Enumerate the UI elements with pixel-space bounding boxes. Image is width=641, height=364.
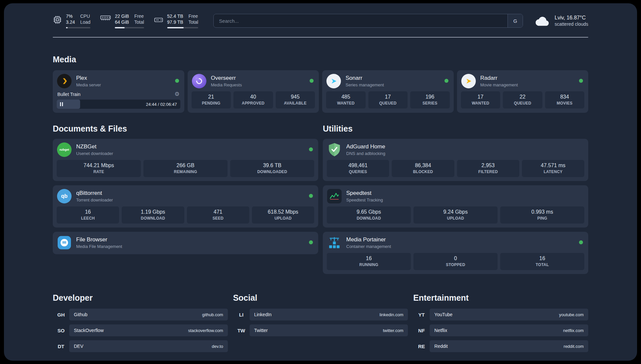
- search-input[interactable]: [214, 14, 507, 27]
- search-bar: G: [213, 14, 523, 28]
- speedtest-card[interactable]: Speedtest Speedtest Tracking 9.65 Gbps D…: [323, 185, 588, 228]
- social-column: Social LI LinkedIn linkedin.com TW Twitt…: [233, 274, 408, 340]
- stat-value: 0: [415, 256, 496, 261]
- bookmark-name: YouTube: [434, 312, 452, 317]
- stat-label: UPLOAD: [415, 216, 496, 221]
- stat-label: QUERIES: [328, 169, 388, 174]
- stat-tile: 498,461 QUERIES: [327, 160, 389, 177]
- bookmark-link-youtube[interactable]: YouTube youtube.com: [430, 309, 588, 320]
- bookmark-link-netflix[interactable]: Netflix netflix.com: [430, 324, 588, 336]
- bookmark-link-reddit[interactable]: Reddit reddit.com: [430, 340, 588, 352]
- sonarr-card[interactable]: Sonarr Series management 485 WANTED 17 Q…: [322, 70, 454, 113]
- stat-tile: 9.65 Gbps DOWNLOAD: [327, 206, 411, 224]
- app-subtitle: Movie management: [480, 82, 518, 87]
- bookmark-abbr: TW: [233, 324, 250, 336]
- radarr-icon: [461, 74, 476, 89]
- stat-label: WANTED: [327, 101, 364, 106]
- overseerr-card[interactable]: Overseerr Media Requests 21 PENDING 40 A…: [188, 70, 319, 113]
- app-subtitle: Media File Management: [76, 244, 122, 249]
- ram-label-1: Free: [134, 13, 144, 19]
- stat-label: TOTAL: [502, 262, 583, 267]
- ram-icon: [100, 15, 111, 21]
- weather-location: Lviv, 16.87°C: [555, 15, 588, 21]
- bookmark-row-youtube: YT YouTube youtube.com: [413, 309, 588, 320]
- stat-tile: 9.24 Gbps UPLOAD: [413, 206, 498, 224]
- bookmark-row-reddit: RE Reddit reddit.com: [413, 340, 588, 352]
- filebrowser-icon: [57, 235, 72, 250]
- app-subtitle: Usenet downloader: [76, 151, 113, 156]
- stat-tile: 16 RUNNING: [327, 253, 411, 270]
- status-online-dot: [309, 194, 313, 198]
- app-name: Speedtest: [346, 190, 383, 197]
- plex-card[interactable]: Plex Media server Bullet Train ⚙ 24:44 /…: [53, 70, 184, 113]
- weather-condition: scattered clouds: [555, 21, 588, 27]
- nzbget-card[interactable]: nzbget NZBGet Usenet downloader 744.21 M…: [53, 139, 318, 181]
- stat-value: 16: [328, 256, 410, 261]
- ram-stat: 22 GiB 64 GiB Free Total: [100, 13, 144, 28]
- cloud-icon: [535, 15, 550, 26]
- section-title-documents: Documents & Files: [53, 124, 318, 134]
- bookmark-abbr: LI: [233, 309, 250, 320]
- stat-value: 9.65 Gbps: [328, 209, 410, 215]
- bookmark-row-github: GH Github github.com: [53, 309, 228, 320]
- plex-icon: [57, 74, 72, 89]
- search-engine-button[interactable]: G: [507, 14, 523, 27]
- status-online-dot: [310, 79, 314, 83]
- overseerr-icon: [192, 74, 207, 89]
- gear-icon[interactable]: ⚙: [174, 91, 179, 97]
- stat-tile: 16 TOTAL: [500, 253, 584, 270]
- stat-tile: 744.21 Mbps RATE: [57, 160, 141, 177]
- stat-tile: 1.19 Gbps DOWNLOAD: [122, 206, 184, 224]
- stat-value: 618.52 Mbps: [253, 209, 313, 215]
- bookmark-abbr: RE: [413, 340, 430, 352]
- bookmark-url: reddit.com: [564, 344, 584, 349]
- now-playing-title: Bullet Train: [57, 92, 80, 97]
- ram-free: 22 GiB: [115, 13, 129, 19]
- bookmark-link-github[interactable]: Github github.com: [69, 309, 228, 320]
- stat-value: 9.24 Gbps: [415, 209, 496, 215]
- disk-free: 52.4 TB: [167, 13, 183, 19]
- nzbget-icon: nzbget: [57, 142, 72, 157]
- app-name: Radarr: [480, 75, 518, 81]
- documents-column: Documents & Files nzbget NZBGet Usenet d…: [53, 113, 318, 254]
- stat-label: UPLOAD: [253, 216, 313, 221]
- stat-tile: 196 SERIES: [410, 91, 450, 108]
- portainer-icon: [327, 235, 342, 250]
- bookmark-link-linkedin[interactable]: LinkedIn linkedin.com: [250, 309, 408, 320]
- stat-value: 17: [370, 94, 407, 100]
- stat-label: SEED: [188, 216, 248, 221]
- disk-progress-bar: [167, 27, 198, 28]
- seek-bar[interactable]: 24:44 / 02:06:47: [57, 100, 180, 109]
- speedtest-icon: [327, 189, 342, 204]
- bookmark-row-stackoverflow: SO StackOverflow stackoverflow.com: [53, 324, 228, 336]
- disk-icon: [154, 15, 163, 24]
- pause-button[interactable]: [60, 102, 63, 106]
- bookmark-row-linkedin: LI LinkedIn linkedin.com: [233, 309, 408, 320]
- stat-label: MOVIES: [546, 101, 583, 106]
- qbittorrent-card[interactable]: qb qBittorrent Torrent downloader 16 LEE…: [53, 185, 318, 228]
- bookmark-abbr: YT: [413, 309, 430, 320]
- stat-value: 86,384: [393, 163, 453, 168]
- stat-tile: 945 AVAILABLE: [276, 91, 315, 108]
- stat-label: AVAILABLE: [277, 101, 314, 106]
- adguard-card[interactable]: AdGuard Home DNS and adblocking 498,461 …: [323, 139, 588, 181]
- bookmark-link-dev[interactable]: DEV dev.to: [69, 340, 228, 352]
- filebrowser-card[interactable]: File Browser Media File Management: [53, 232, 318, 254]
- app-subtitle: Torrent downloader: [76, 197, 113, 202]
- stat-value: 196: [412, 94, 448, 100]
- app-subtitle: Media server: [76, 82, 101, 87]
- bookmark-url: twitter.com: [383, 328, 403, 333]
- portainer-card[interactable]: Media Portainer Container management 16 …: [323, 232, 588, 274]
- cpu-loadavg: 3.24: [66, 19, 75, 25]
- playback-time: 24:44 / 02:06:47: [146, 102, 177, 107]
- stat-value: 266 GB: [145, 163, 226, 168]
- utilities-column: Utilities: [323, 113, 588, 274]
- stat-label: LEECH: [58, 216, 118, 221]
- bookmark-link-twitter[interactable]: Twitter twitter.com: [250, 324, 408, 336]
- stat-value: 744.21 Mbps: [58, 163, 139, 168]
- stat-tile: 471 SEED: [187, 206, 249, 224]
- radarr-card[interactable]: Radarr Movie management 17 WANTED 22 QUE…: [457, 70, 589, 113]
- cpu-progress-bar: [66, 27, 90, 28]
- stat-label: FILTERED: [458, 169, 518, 174]
- bookmark-link-stackoverflow[interactable]: StackOverflow stackoverflow.com: [69, 324, 228, 336]
